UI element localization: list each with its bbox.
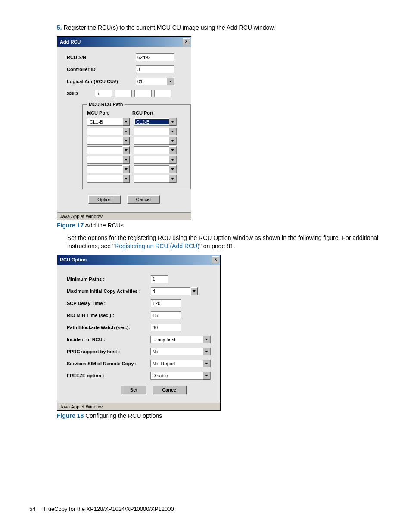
cancel-button[interactable]: Cancel	[127, 195, 160, 204]
chevron-down-icon	[122, 165, 130, 173]
path-row	[87, 137, 186, 145]
pprc-label: PPRC support by host :	[67, 349, 150, 354]
rio-mih-input[interactable]	[151, 311, 181, 319]
max-copy-select[interactable]: 4	[151, 287, 198, 295]
add-rcu-title: Add RCU	[60, 39, 81, 44]
path-blockade-label: Path Blockade Watch (sec.):	[67, 325, 151, 330]
rcu-sn-label: RCU S/N	[67, 55, 136, 60]
add-rcu-titlebar: Add RCU x	[57, 37, 191, 47]
mcu-rcu-path-group: MCU-RCU Path MCU Port RCU Port CL1-BCL2-…	[82, 102, 191, 189]
rcu-option-window: RCU Option x Minimum Paths : Maximum Ini…	[57, 255, 221, 411]
mcu-port-select[interactable]	[87, 175, 130, 183]
chevron-down-icon	[122, 175, 130, 183]
chevron-down-icon	[122, 128, 130, 135]
sim-select[interactable]: Not Report	[150, 360, 211, 367]
ssid-label: SSID	[67, 91, 95, 96]
path-row: CL1-BCL2-B	[87, 118, 186, 126]
min-paths-input[interactable]	[151, 275, 168, 283]
chevron-down-icon	[122, 156, 130, 164]
cancel-button[interactable]: Cancel	[153, 386, 187, 394]
rcu-port-select[interactable]	[134, 156, 177, 164]
rcu-port-select[interactable]	[134, 165, 177, 173]
mcu-port-select[interactable]	[87, 146, 130, 154]
mcu-port-select[interactable]	[87, 128, 130, 135]
mcu-port-select[interactable]	[87, 137, 130, 145]
pprc-select[interactable]: No	[150, 348, 211, 355]
figure-18-caption: Figure 18 Configuring the RCU options	[57, 412, 382, 419]
rcu-port-select[interactable]: CL2-B	[134, 118, 177, 126]
mcu-port-select[interactable]	[87, 156, 130, 164]
freeze-select[interactable]: Disable	[150, 372, 211, 380]
chevron-down-icon	[169, 128, 176, 135]
rio-mih-label: RIO MIH Time (sec.) :	[67, 313, 151, 318]
freeze-label: FREEZE option :	[67, 373, 150, 378]
controller-id-input[interactable]	[136, 65, 174, 73]
incident-select[interactable]: to any host	[150, 336, 211, 343]
chevron-down-icon	[167, 78, 174, 85]
path-row	[87, 175, 186, 183]
close-icon[interactable]: x	[212, 256, 219, 263]
path-legend: MCU-RCU Path	[87, 102, 125, 107]
logical-adr-select[interactable]: 01	[136, 78, 174, 85]
ssid-input-4[interactable]	[154, 90, 171, 97]
path-blockade-input[interactable]	[151, 324, 181, 331]
rcu-option-title: RCU Option	[60, 257, 87, 262]
doc-title: TrueCopy for the XP128/XP1024/XP10000/XP…	[43, 506, 174, 512]
mcu-port-header: MCU Port	[87, 110, 132, 115]
rcu-port-select[interactable]	[134, 137, 177, 145]
chevron-down-icon	[203, 336, 210, 343]
path-row	[87, 156, 186, 164]
rcu-port-select[interactable]	[134, 128, 177, 135]
chevron-down-icon	[203, 372, 210, 380]
logical-adr-label: Logical Adr.(RCU CU#)	[67, 79, 136, 84]
chevron-down-icon	[169, 146, 176, 154]
step-text: Register the RCU(s) to the current MCU C…	[64, 24, 275, 31]
path-row	[87, 128, 186, 135]
registering-rcu-link[interactable]: Registering an RCU (Add RCU)	[115, 243, 199, 249]
chevron-down-icon	[169, 165, 176, 173]
option-button[interactable]: Option	[88, 195, 120, 204]
scp-delay-label: SCP Delay Time :	[67, 301, 151, 306]
chevron-down-icon	[122, 118, 130, 126]
mcu-port-select[interactable]	[87, 165, 130, 173]
rcu-port-header: RCU Port	[132, 110, 177, 115]
chevron-down-icon	[169, 175, 176, 183]
chevron-down-icon	[190, 287, 198, 295]
rcu-sn-input[interactable]	[136, 53, 174, 61]
max-copy-label: Maximum Initial Copy Activities :	[67, 289, 151, 294]
page-number: 54	[29, 506, 35, 512]
scp-delay-input[interactable]	[151, 299, 181, 307]
step-5: 5. Register the RCU(s) to the current MC…	[57, 24, 382, 31]
ssid-input-3[interactable]	[134, 90, 152, 97]
figure-17-caption: Figure 17 Add the RCUs	[57, 222, 382, 229]
status-bar: Java Applet Window	[57, 212, 191, 220]
mcu-port-select[interactable]: CL1-B	[87, 118, 130, 126]
chevron-down-icon	[122, 137, 130, 145]
rcu-port-select[interactable]	[134, 175, 177, 183]
rcu-option-paragraph: Set the options for the registering RCU …	[67, 234, 382, 250]
chevron-down-icon	[169, 137, 176, 145]
close-icon[interactable]: x	[183, 38, 190, 45]
path-row	[87, 146, 186, 154]
path-row	[87, 165, 186, 173]
chevron-down-icon	[169, 156, 176, 164]
rcu-port-select[interactable]	[134, 146, 177, 154]
min-paths-label: Minimum Paths :	[67, 277, 151, 282]
page-footer: 54 TrueCopy for the XP128/XP1024/XP10000…	[29, 506, 174, 512]
chevron-down-icon	[169, 118, 176, 126]
rcu-option-titlebar: RCU Option x	[57, 255, 220, 265]
controller-id-label: Controller ID	[67, 67, 136, 72]
sim-label: Services SIM of Remote Copy :	[67, 361, 150, 366]
ssid-input-2[interactable]	[115, 90, 132, 97]
add-rcu-window: Add RCU x RCU S/N Controller ID Logical …	[57, 36, 191, 220]
ssid-input-1[interactable]	[95, 90, 112, 97]
status-bar: Java Applet Window	[57, 403, 220, 410]
chevron-down-icon	[203, 360, 210, 367]
set-button[interactable]: Set	[121, 386, 146, 394]
chevron-down-icon	[122, 146, 130, 154]
incident-label: Incident of RCU :	[67, 337, 150, 342]
chevron-down-icon	[203, 348, 210, 355]
step-number: 5.	[57, 24, 62, 31]
